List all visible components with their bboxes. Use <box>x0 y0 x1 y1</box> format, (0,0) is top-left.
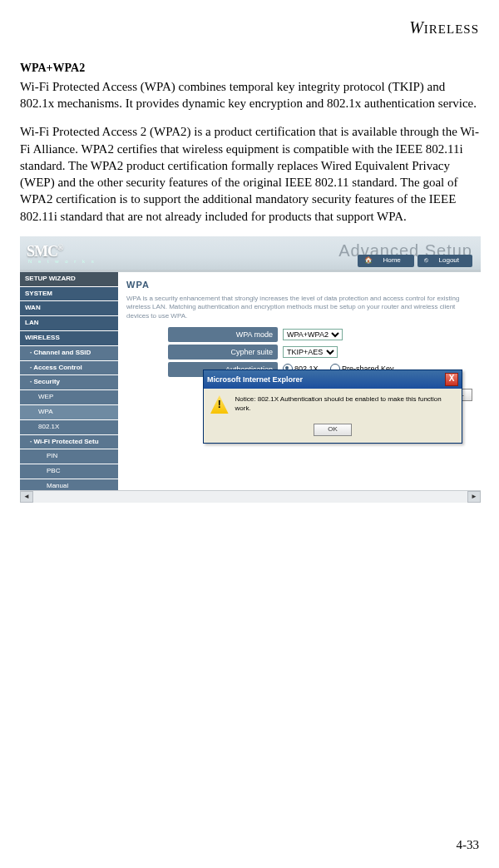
ok-button[interactable]: OK <box>314 424 352 436</box>
select-cypher[interactable]: TKIP+AES <box>283 346 338 358</box>
section-title: WPA+WPA2 <box>20 61 479 77</box>
label-cypher: Cypher suite <box>168 345 278 360</box>
router-screenshot: SMC® N e t w o r k s Advanced Setup 🏠 Ho… <box>20 236 481 514</box>
sidebar-item[interactable]: WEP <box>20 390 118 405</box>
logo-subtext: N e t w o r k s <box>28 258 96 265</box>
sidebar-item[interactable]: ROUTING <box>20 509 118 514</box>
para-2: Wi-Fi Protected Access 2 (WPA2) is a pro… <box>20 123 479 225</box>
popup-title: Microsoft Internet Explorer <box>207 374 303 384</box>
select-wpa-mode[interactable]: WPA+WPA2 <box>283 329 343 340</box>
label-wpa-mode: WPA mode <box>168 327 278 342</box>
running-head: WIRELESS <box>20 17 479 39</box>
warning-icon <box>210 395 229 414</box>
sidebar-item[interactable]: Security <box>20 375 118 390</box>
home-button[interactable]: 🏠 Home <box>358 255 414 267</box>
scroll-left-icon[interactable]: ◄ <box>20 491 33 503</box>
sidebar-item[interactable]: WAN <box>20 301 118 316</box>
sidebar-item[interactable]: PIN <box>20 449 118 464</box>
scroll-right-icon[interactable]: ► <box>467 491 481 503</box>
sidebar-item[interactable]: WPA <box>20 405 118 420</box>
sidebar-item[interactable]: Channel and SSID <box>20 346 118 361</box>
sidebar-item[interactable]: LAN <box>20 316 118 331</box>
banner: SMC® N e t w o r k s Advanced Setup 🏠 Ho… <box>20 236 481 272</box>
sidebar: SETUP WIZARDSYSTEMWANLANWIRELESSChannel … <box>20 272 118 514</box>
para-1: Wi-Fi Protected Access (WPA) combines te… <box>20 78 479 112</box>
running-head-rest: IRELESS <box>424 22 479 36</box>
row-cypher: Cypher suite TKIP+AES <box>168 345 481 360</box>
top-buttons: 🏠 Home ⎋ Logout <box>356 255 472 267</box>
sidebar-item[interactable]: WIRELESS <box>20 331 118 346</box>
logout-button[interactable]: ⎋ Logout <box>417 255 472 267</box>
close-icon[interactable]: X <box>445 373 458 386</box>
sidebar-item[interactable]: SYSTEM <box>20 287 118 302</box>
sidebar-item[interactable]: SETUP WIZARD <box>20 272 118 287</box>
wpa-desc: WPA is a security enhancement that stron… <box>126 295 472 320</box>
row-wpa-mode: WPA mode WPA+WPA2 <box>168 327 481 342</box>
sidebar-item[interactable]: PBC <box>20 464 118 479</box>
sidebar-item[interactable]: Wi-Fi Protected Setu <box>20 435 118 450</box>
horizontal-scrollbar[interactable]: ◄ ► <box>20 490 481 503</box>
sidebar-item[interactable]: 802.1X <box>20 420 118 435</box>
sidebar-item[interactable]: Access Control <box>20 361 118 376</box>
popup-titlebar: Microsoft Internet Explorer X <box>204 370 462 389</box>
wpa-title: WPA <box>126 279 481 291</box>
running-head-big: W <box>409 18 424 37</box>
ie-popup: Microsoft Internet Explorer X Notice: 80… <box>203 370 462 444</box>
popup-message: Notice: 802.1X Authentication should be … <box>235 395 455 414</box>
